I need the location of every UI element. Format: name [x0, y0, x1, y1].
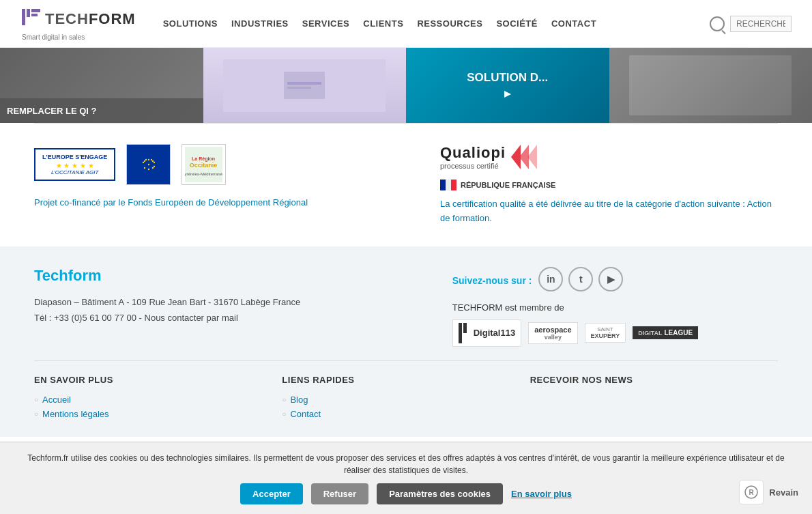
logo-icon — [20, 6, 42, 32]
nav-societe[interactable]: SOCIÉTÉ — [496, 18, 538, 29]
svg-rect-5 — [287, 82, 321, 85]
hero-card-2[interactable] — [203, 48, 407, 123]
eu-flag-logo — [126, 144, 171, 185]
certif-section: L'EUROPE S'ENGAGE ★ ★ ★ ★ ★ L'OCCITANIE … — [0, 124, 812, 246]
footer-brand-name: Techform — [34, 267, 425, 285]
qualiopi-text: Qualiopi processus certifié — [440, 144, 506, 170]
footer-top: Techform Diapason – Bâtiment A - 109 Rue… — [34, 267, 778, 360]
footer-social: Suivez-nous sur : in t ▶ TECHFORM est me… — [452, 267, 778, 347]
footer-col-title-3: RECEVOIR NOS NEWS — [530, 375, 778, 385]
hero-card-1[interactable]: REMPLACER LE QI ? — [0, 48, 203, 123]
svg-text:La Région: La Région — [192, 156, 215, 162]
nav-clients[interactable]: CLIENTS — [363, 18, 403, 29]
list-bullet: ○ — [34, 410, 38, 418]
footer-address: Diapason – Bâtiment A - 109 Rue Jean Bar… — [34, 294, 425, 326]
certif-right: Qualiopi processus certifié RÉPUBLIQUE F… — [399, 144, 778, 226]
svg-point-11 — [152, 160, 154, 161]
footer-list-item: ○ Accueil — [34, 395, 282, 405]
svg-point-17 — [151, 158, 152, 160]
nav-ressources[interactable]: RESSOURCES — [417, 18, 482, 29]
certif-left: L'EUROPE S'ENGAGE ★ ★ ★ ★ ★ L'OCCITANIE … — [34, 144, 372, 210]
footer-col-title-2: LIENS RAPIDES — [282, 375, 530, 385]
search-icon[interactable] — [710, 16, 725, 31]
qualiopi-logo: Qualiopi processus certifié — [440, 144, 538, 170]
svg-marker-26 — [519, 145, 529, 169]
navbar: TECHFORM Smart digital in sales SOLUTION… — [0, 0, 812, 48]
svg-rect-0 — [22, 9, 25, 25]
nav-industries[interactable]: INDUSTRIES — [231, 18, 289, 29]
svg-marker-27 — [527, 145, 537, 169]
logo[interactable]: TECHFORM Smart digital in sales — [20, 6, 136, 41]
youtube-icon[interactable]: ▶ — [598, 267, 623, 291]
digital113-logo: Digital113 — [452, 319, 521, 347]
hero-card-3-text: Solution d... — [467, 71, 548, 85]
nav-contact[interactable]: CONTACT — [551, 18, 596, 29]
footer-col-en-savoir: EN SAVOIR PLUS ○ Accueil ○ Mentions léga… — [34, 375, 282, 423]
qualiopi-desc: La certification qualité a été délivrée … — [440, 197, 778, 226]
svg-rect-32 — [463, 323, 467, 333]
svg-rect-29 — [446, 180, 451, 190]
svg-marker-7 — [504, 91, 511, 98]
svg-rect-3 — [31, 14, 38, 16]
footer-list-item: ○ Blog — [282, 395, 530, 405]
svg-point-18 — [154, 161, 155, 162]
qualiopi-flag: RÉPUBLIQUE FRANÇAISE — [440, 180, 555, 190]
footer-link-contact[interactable]: Contact — [290, 409, 321, 419]
linkedin-icon[interactable]: in — [538, 267, 563, 291]
qualiopi-sub-text: processus certifié — [440, 162, 506, 170]
certif-logos: L'EUROPE S'ENGAGE ★ ★ ★ ★ ★ L'OCCITANIE … — [34, 144, 372, 185]
qualiopi-main-text: Qualiopi — [440, 144, 506, 162]
footer-link-accueil[interactable]: Accueil — [42, 395, 71, 405]
svg-rect-2 — [31, 9, 40, 12]
nav-services[interactable]: SERVICES — [302, 18, 350, 29]
certif-eu-text: Projet co-financé par le Fonds Européen … — [34, 196, 321, 210]
svg-point-9 — [148, 163, 149, 165]
footer-col-title-1: EN SAVOIR PLUS — [34, 375, 282, 385]
nav-solutions[interactable]: SOLUTIONS — [163, 18, 218, 29]
footer-col-liens: LIENS RAPIDES ○ Blog ○ Contact — [282, 375, 530, 423]
footer-link-mentions[interactable]: Mentions légales — [42, 409, 109, 419]
footer-list-1: ○ Accueil ○ Mentions légales — [34, 395, 282, 419]
footer-list-2: ○ Blog ○ Contact — [282, 395, 530, 419]
eu-logo-text1: L'EUROPE S'ENGAGE — [42, 154, 107, 162]
footer: Techform Diapason – Bâtiment A - 109 Rue… — [0, 246, 812, 437]
twitter-icon[interactable]: t — [568, 267, 593, 291]
footer-address-line2: Tél : +33 (0)5 61 00 77 00 - Nous contac… — [34, 310, 425, 326]
search-input[interactable] — [730, 16, 792, 32]
svg-marker-25 — [511, 145, 521, 169]
svg-text:Occitanie: Occitanie — [190, 162, 218, 169]
hero-card-3[interactable]: Solution d... — [406, 48, 609, 123]
svg-point-14 — [144, 167, 145, 168]
qualiopi-republic: RÉPUBLIQUE FRANÇAISE — [461, 181, 555, 189]
svg-rect-28 — [440, 180, 446, 190]
svg-point-16 — [145, 158, 147, 160]
svg-rect-1 — [27, 9, 30, 17]
hero-card-4[interactable] — [609, 48, 813, 123]
list-bullet: ○ — [34, 396, 38, 403]
footer-links: EN SAVOIR PLUS ○ Accueil ○ Mentions léga… — [34, 360, 778, 423]
footer-col-news: RECEVOIR NOS NEWS — [530, 375, 778, 423]
footer-address-line1: Diapason – Bâtiment A - 109 Rue Jean Bar… — [34, 294, 425, 310]
footer-list-item: ○ Mentions légales — [34, 409, 282, 419]
svg-point-13 — [148, 168, 149, 169]
svg-point-10 — [148, 158, 149, 160]
nav-links: SOLUTIONS INDUSTRIES SERVICES CLIENTS RE… — [163, 18, 710, 29]
svg-point-12 — [152, 167, 154, 168]
saint-exupery-logo: SAINT EXUPÉRY — [585, 323, 626, 343]
footer-member-text: TECHFORM est membre de — [452, 302, 778, 313]
occitanie-logo: La Région Occitanie Pyrénées-Méditerrané… — [182, 144, 226, 185]
list-bullet: ○ — [282, 410, 286, 418]
europe-engage-logo: L'EUROPE S'ENGAGE ★ ★ ★ ★ ★ L'OCCITANIE … — [34, 148, 115, 181]
digital-league-logo: DIGITAL LEAGUE — [633, 326, 698, 339]
list-bullet: ○ — [282, 396, 286, 403]
logo-text: TECHFORM — [45, 10, 136, 28]
aerospace-logo: aerospace valley — [528, 322, 577, 344]
svg-point-20 — [143, 161, 144, 162]
footer-link-blog[interactable]: Blog — [290, 395, 308, 405]
svg-rect-6 — [287, 87, 311, 89]
hero-strip: REMPLACER LE QI ? Solution d... — [0, 48, 812, 123]
nav-search-area — [710, 16, 792, 32]
svg-rect-4 — [284, 72, 325, 99]
svg-rect-31 — [459, 323, 462, 343]
svg-point-15 — [144, 160, 145, 161]
